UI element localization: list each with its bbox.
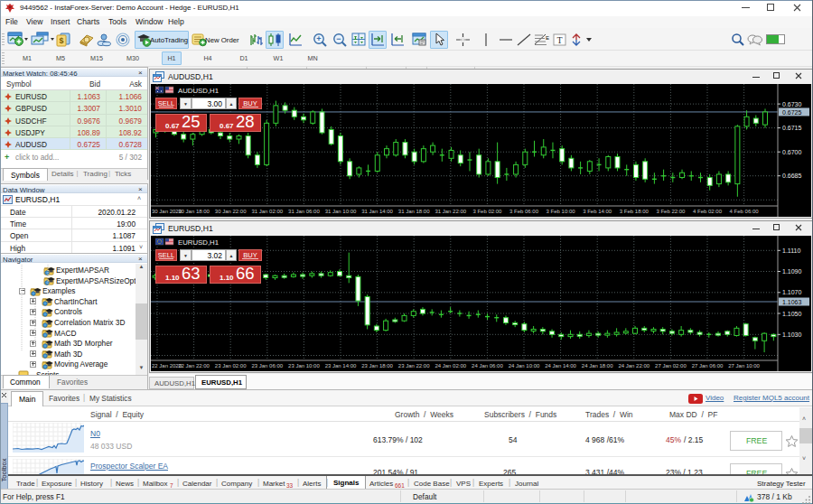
svg-text:22 Jan 22:00: 22 Jan 22:00 — [178, 363, 210, 369]
svg-text:31 Jan 22:00: 31 Jan 22:00 — [435, 209, 466, 214]
svg-text:31 Jan 02:00: 31 Jan 02:00 — [251, 209, 283, 214]
svg-text:3 Feb 14:00: 3 Feb 14:00 — [583, 209, 612, 214]
svg-text:31 Jan 06:00: 31 Jan 06:00 — [288, 209, 320, 214]
svg-text:23 Jan 22:00: 23 Jan 22:00 — [398, 363, 430, 369]
svg-text:4 Feb 06:00: 4 Feb 06:00 — [730, 209, 760, 214]
svg-text:23 Jan 06:00: 23 Jan 06:00 — [251, 363, 283, 369]
svg-text:31 Jan 10:00: 31 Jan 10:00 — [325, 209, 357, 214]
svg-text:23 Jan 10:00: 23 Jan 10:00 — [288, 363, 320, 369]
svg-text:31 Jan 14:00: 31 Jan 14:00 — [361, 209, 393, 214]
svg-text:24 Jan 10:00: 24 Jan 10:00 — [509, 363, 540, 369]
svg-text:24 Jan 18:00: 24 Jan 18:00 — [582, 363, 613, 369]
svg-text:T: T — [556, 35, 562, 45]
svg-text:24 Jan 02:00: 24 Jan 02:00 — [435, 363, 466, 369]
svg-text:24 Jan 22:00: 24 Jan 22:00 — [618, 363, 649, 369]
svg-text:30 Jan 18:00: 30 Jan 18:00 — [178, 209, 210, 214]
svg-text:23 Jan 02:00: 23 Jan 02:00 — [215, 363, 247, 369]
svg-text:1.1050: 1.1050 — [782, 311, 802, 317]
svg-text:3 Feb 18:00: 3 Feb 18:00 — [620, 209, 649, 214]
svg-text:3 Feb 06:00: 3 Feb 06:00 — [509, 209, 539, 214]
svg-text:27 Jan 02:00: 27 Jan 02:00 — [655, 363, 687, 369]
svg-text:27 Jan 06:00: 27 Jan 06:00 — [692, 363, 724, 369]
svg-text:E: E — [546, 35, 549, 41]
svg-text:30 Jan 22:00: 30 Jan 22:00 — [215, 209, 247, 214]
svg-text:0.6715: 0.6715 — [782, 125, 802, 131]
svg-text:0.6700: 0.6700 — [782, 149, 802, 155]
svg-text:27 Jan 10:00: 27 Jan 10:00 — [728, 363, 760, 369]
svg-text:31 Jan 18:00: 31 Jan 18:00 — [398, 209, 430, 214]
svg-text:3 Feb 10:00: 3 Feb 10:00 — [547, 209, 576, 214]
svg-text:0.6730: 0.6730 — [782, 101, 802, 107]
svg-text:3 Feb 02:00: 3 Feb 02:00 — [472, 209, 502, 214]
svg-text:1.1110: 1.1110 — [782, 247, 800, 254]
svg-text:$: $ — [59, 36, 63, 45]
svg-text:0.6725: 0.6725 — [782, 109, 802, 116]
svg-text:4 Feb 02:00: 4 Feb 02:00 — [693, 209, 723, 214]
svg-text:1.1070: 1.1070 — [782, 289, 802, 295]
svg-text:3 Feb 22:00: 3 Feb 22:00 — [656, 209, 686, 214]
svg-text:−: − — [336, 34, 341, 43]
svg-text:1.1030: 1.1030 — [782, 331, 802, 338]
svg-text:23 Jan 18:00: 23 Jan 18:00 — [361, 363, 393, 369]
svg-text:24 Jan 06:00: 24 Jan 06:00 — [472, 363, 503, 369]
svg-text:23 Jan 14:00: 23 Jan 14:00 — [325, 363, 357, 369]
svg-text:24 Jan 14:00: 24 Jan 14:00 — [545, 363, 576, 369]
svg-text:1.1090: 1.1090 — [782, 268, 802, 275]
svg-text:0.6685: 0.6685 — [782, 173, 802, 179]
svg-text:+: + — [316, 34, 321, 43]
svg-text:1.1063: 1.1063 — [782, 299, 802, 305]
